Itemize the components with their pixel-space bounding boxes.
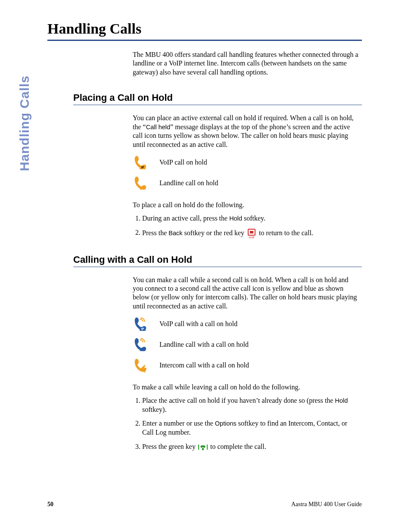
list-item: Place the active call on hold if you hav… [142,396,359,414]
text-fragment: Press the green key [142,443,197,450]
side-tab-heading: Handling Calls [17,75,32,171]
list-item: Enter a number or use the Options softke… [142,419,359,437]
icon-label: VoIP call with a call on hold [159,320,237,328]
phone-voip-hold-icon: IP [134,155,146,170]
text-fragment: softkey. [242,215,265,222]
page-content: Handling Calls The MBU 400 offers standa… [47,21,362,457]
call-held-label: Call held [146,124,170,131]
icon-label: Landline call on hold [159,179,218,187]
text-fragment: Enter a number or use the [142,420,215,427]
section2-paragraph: You can make a call while a second call … [133,276,359,311]
text-fragment: During an active call, press the [142,215,229,222]
icon-row-landline-active-hold: Landline call with a call on hold [133,337,362,352]
phone-landline-active-hold-icon [134,337,146,352]
options-softkey-label: Options [215,420,237,427]
text-fragment: Press the [142,229,168,236]
section-heading-hold: Placing a Call on Hold [73,92,362,103]
icon-row-voip-active-hold: IP VoIP call with a call on hold [133,317,362,331]
icon-label: Landline call with a call on hold [159,341,249,348]
section-heading-call-on-hold: Calling with a Call on Hold [73,254,362,265]
svg-text:CLR: CLR [249,236,255,239]
text-fragment: to return to the call. [259,229,313,236]
list-item: Press the green key to complete the call… [142,442,359,451]
section-rule [73,105,362,105]
hold-softkey-label: Hold [335,397,348,404]
phone-voip-active-hold-icon: IP [134,317,146,331]
svg-text:IP: IP [141,327,144,330]
hold-softkey-label: Hold [229,215,242,222]
phone-intercom-hold-icon [134,358,146,373]
title-rule [47,40,362,41]
section1-lead: To place a call on hold do the following… [133,201,359,209]
page-footer: 50 Aastra MBU 400 User Guide [47,501,362,508]
section1-steps: During an active call, press the Hold so… [133,214,359,239]
text-fragment: softkey or the red key [183,229,246,236]
icon-row-landline-hold: Landline call on hold [133,176,362,190]
text-fragment: softkey). [142,406,166,413]
text-fragment: Place the active call on hold if you hav… [142,397,335,404]
icon-row-voip-hold: IP VoIP call on hold [133,155,362,170]
icon-label: VoIP call on hold [159,159,207,166]
page-number: 50 [47,501,53,508]
svg-rect-3 [250,231,253,233]
icon-row-intercom-hold: Intercom call with a call on hold [133,358,362,373]
intro-paragraph: The MBU 400 offers standard call handlin… [133,50,359,77]
section-rule [73,267,362,267]
section2-lead: To make a call while leaving a call on h… [133,383,359,392]
svg-rect-7 [202,448,204,450]
list-item: Press the Back softkey or the red key CL… [142,228,359,239]
phone-landline-hold-icon [134,176,146,190]
text-fragment: to complete the call. [210,443,266,450]
back-softkey-label: Back [168,229,182,236]
icon-label: Intercom call with a call on hold [159,361,249,369]
page-title: Handling Calls [47,21,362,37]
section1-paragraph: You can place an active external call on… [133,114,359,149]
green-call-key-icon [198,443,208,451]
footer-guide-name: Aastra MBU 400 User Guide [291,501,362,508]
section2-steps: Place the active call on hold if you hav… [133,396,359,452]
red-clr-key-icon: CLR [247,228,256,239]
svg-text:IP: IP [141,166,144,169]
list-item: During an active call, press the Hold so… [142,214,359,223]
